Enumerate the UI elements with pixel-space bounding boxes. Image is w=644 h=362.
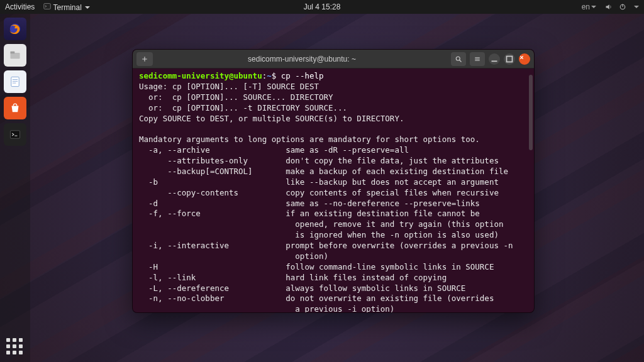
volume-icon: [605, 3, 613, 11]
folder-icon: [8, 48, 22, 62]
app-menu[interactable]: Terminal: [43, 3, 90, 12]
command-output: Usage: cp [OPTION]... [-T] SOURCE DEST o…: [139, 82, 513, 312]
clock[interactable]: Jul 4 15:28: [304, 3, 341, 11]
svg-rect-5: [10, 52, 14, 53]
minimize-icon: [489, 53, 500, 65]
input-source-indicator[interactable]: en: [582, 3, 596, 11]
document-icon: [8, 75, 22, 89]
app-menu-label: Terminal: [53, 3, 81, 12]
terminal-scrollbar[interactable]: [529, 75, 533, 150]
new-tab-button[interactable]: [136, 52, 153, 66]
firefox-icon: [8, 22, 22, 36]
dock-ubuntu-software[interactable]: [4, 97, 26, 119]
prompt-user-host: sedicomm-university@ubuntu: [139, 71, 262, 80]
window-minimize-button[interactable]: [489, 53, 500, 65]
svg-rect-0: [44, 3, 51, 9]
shopping-bag-icon: [8, 101, 22, 115]
window-maximize-button[interactable]: [504, 53, 515, 65]
terminal-viewport[interactable]: sedicomm-university@ubuntu:~$ cp --help …: [133, 69, 534, 312]
show-applications-button[interactable]: [0, 338, 30, 356]
terminal-mini-icon: [43, 3, 51, 10]
prompt-end: $: [272, 71, 281, 80]
power-icon: [619, 3, 626, 11]
ubuntu-dock: [0, 14, 30, 362]
chevron-down-icon: [85, 6, 90, 11]
plus-icon: [141, 55, 148, 63]
dock-libreoffice-writer[interactable]: [4, 70, 26, 93]
apps-grid-icon: [6, 338, 24, 356]
prompt-cwd: ~: [267, 71, 272, 80]
svg-point-12: [456, 57, 460, 60]
hamburger-menu-button[interactable]: [470, 52, 485, 66]
window-titlebar[interactable]: sedicomm-university@ubuntu: ~: [133, 50, 534, 69]
typed-command: cp --help: [281, 71, 324, 80]
search-button[interactable]: [451, 52, 466, 66]
window-close-button[interactable]: [519, 53, 530, 65]
svg-rect-10: [10, 131, 19, 138]
terminal-window: sedicomm-university@ubuntu: ~ sedicomm-u…: [132, 49, 535, 313]
maximize-icon: [504, 53, 515, 65]
dock-firefox[interactable]: [4, 18, 26, 40]
dock-files[interactable]: [4, 44, 26, 67]
svg-rect-4: [10, 53, 19, 59]
gnome-top-bar: Activities Terminal Jul 4 15:28 en: [0, 0, 644, 14]
svg-line-13: [460, 60, 462, 62]
hamburger-icon: [474, 55, 481, 63]
system-status-area[interactable]: [605, 3, 639, 11]
chevron-down-icon: [634, 6, 639, 11]
search-icon: [455, 55, 462, 63]
window-title: sedicomm-university@ubuntu: ~: [157, 55, 447, 63]
activities-button[interactable]: Activities: [5, 3, 35, 11]
dock-terminal[interactable]: [4, 123, 26, 146]
terminal-icon: [8, 128, 22, 141]
svg-rect-15: [507, 56, 513, 62]
close-icon: [519, 55, 525, 60]
svg-rect-6: [11, 77, 19, 86]
chevron-down-icon: [591, 6, 596, 11]
